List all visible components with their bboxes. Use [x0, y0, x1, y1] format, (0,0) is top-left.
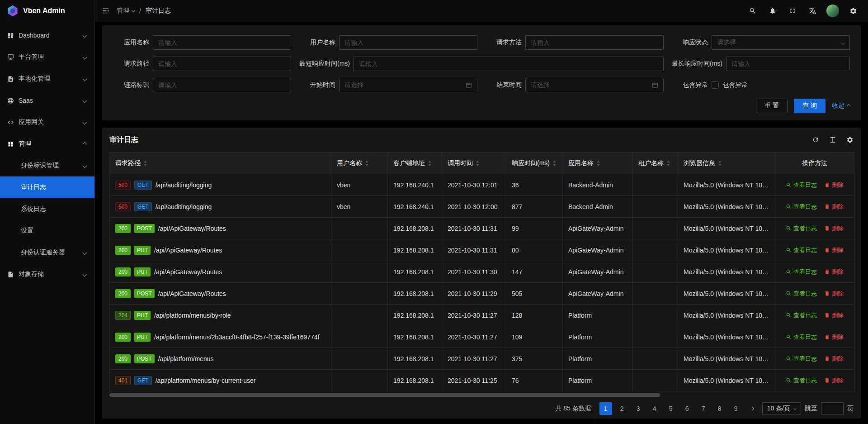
audit-log-panel: 审计日志 [102, 128, 861, 419]
sidebar-item-dashboard[interactable]: Dashboard [0, 24, 94, 46]
translate-icon[interactable] [805, 3, 820, 19]
sidebar-item-identity-management[interactable]: 身份标识管理 [0, 155, 94, 176]
sidebar-item-platform[interactable]: 平台管理 [0, 46, 94, 68]
view-log-button[interactable]: 查看日志 [786, 268, 817, 276]
max-response-time-input[interactable] [726, 57, 850, 71]
notification-icon[interactable] [765, 3, 780, 19]
fullscreen-icon[interactable] [785, 3, 800, 19]
next-page-button[interactable] [746, 402, 759, 415]
min-response-time-input[interactable] [354, 57, 664, 71]
view-log-button[interactable]: 查看日志 [786, 290, 817, 298]
select-placeholder: 请选择 [531, 81, 550, 89]
table-row[interactable]: 200POST/api/platform/menus 192.168.208.1… [110, 348, 854, 370]
page-button[interactable]: 7 [697, 402, 710, 415]
view-log-button[interactable]: 查看日志 [786, 311, 817, 319]
table-row[interactable]: 200PUT/api/ApiGateway/Routes 192.168.208… [110, 239, 854, 261]
view-log-button[interactable]: 查看日志 [786, 224, 817, 233]
view-log-button[interactable]: 查看日志 [786, 333, 817, 341]
table-row[interactable]: 500GET/api/auditing/logging vben 192.168… [110, 174, 854, 196]
app-logo[interactable]: Vben Admin [0, 0, 94, 22]
search-icon [786, 269, 792, 275]
sidebar-item-gateway[interactable]: 应用网关 [0, 111, 94, 133]
column-header-user-name[interactable]: 用户名称 [331, 152, 388, 174]
delete-button[interactable]: 删除 [824, 376, 844, 385]
trace-id-input[interactable] [153, 78, 291, 92]
page-button[interactable]: 9 [730, 402, 742, 415]
field-label: 包含异常 [672, 81, 708, 89]
view-log-button[interactable]: 查看日志 [786, 246, 817, 254]
table-row[interactable]: 500GET/api/auditing/logging vben 192.168… [110, 196, 854, 218]
table-row[interactable]: 200PUT/api/platform/menus/2b3accf8-4fb8-… [110, 326, 854, 348]
view-log-button[interactable]: 查看日志 [786, 181, 817, 189]
table-row[interactable]: 204PUT/api/platform/menus/by-role 192.16… [110, 305, 854, 326]
page-button[interactable]: 6 [681, 402, 693, 415]
sidebar-item-settings[interactable]: 设置 [0, 220, 94, 242]
settings-icon[interactable] [845, 3, 861, 19]
page-button[interactable]: 2 [616, 402, 628, 415]
sidebar-item-audit-log[interactable]: 审计日志 [0, 176, 94, 198]
sidebar-item-object-storage[interactable]: 对象存储 [0, 263, 94, 285]
refresh-icon[interactable] [812, 136, 819, 143]
page-button[interactable]: 1 [599, 402, 612, 415]
column-header-client-ip[interactable]: 客户端地址 [388, 152, 442, 174]
request-path-input[interactable] [153, 57, 291, 71]
page-button[interactable]: 8 [713, 402, 726, 415]
app-name-input[interactable] [153, 35, 291, 50]
delete-button[interactable]: 删除 [824, 203, 844, 211]
delete-button[interactable]: 删除 [824, 311, 844, 319]
table-row[interactable]: 200POST/api/ApiGateway/Routes 192.168.20… [110, 283, 854, 305]
filter-field-has-exception: 包含异常 包含异常 [672, 78, 850, 92]
pagination: 共 85 条数据 1 2 3 4 5 6 7 8 9 10 条/页 跳至 页 [109, 398, 854, 421]
jump-to-input[interactable] [821, 402, 844, 415]
menu-fold-icon[interactable] [102, 7, 109, 14]
column-header-call-time[interactable]: 调用时间 [442, 152, 506, 174]
column-settings-icon[interactable] [846, 136, 854, 143]
view-log-button[interactable]: 查看日志 [786, 355, 817, 363]
table-row[interactable]: 401GET/api/platform/menus/by-current-use… [110, 370, 854, 391]
column-header-response-time[interactable]: 响应时间(ms) [506, 152, 563, 174]
reset-button[interactable]: 重 置 [756, 99, 788, 113]
start-time-picker[interactable]: 请选择 [339, 78, 477, 92]
view-log-button[interactable]: 查看日志 [786, 376, 817, 385]
delete-button[interactable]: 删除 [824, 268, 844, 276]
delete-button[interactable]: 删除 [824, 290, 844, 298]
user-name-input[interactable] [339, 35, 477, 50]
table-size-icon[interactable] [829, 136, 836, 143]
page-size-select[interactable]: 10 条/页 [762, 402, 801, 415]
page-button[interactable]: 5 [665, 402, 677, 415]
delete-button[interactable]: 删除 [824, 333, 844, 341]
page-button[interactable]: 3 [632, 402, 645, 415]
delete-button[interactable]: 删除 [824, 181, 844, 189]
field-label: 响应状态 [672, 38, 708, 47]
sidebar-item-system-log[interactable]: 系统日志 [0, 198, 94, 220]
collapse-link[interactable]: 收起 [832, 102, 850, 110]
column-header-request-path[interactable]: 请求路径 [110, 152, 331, 174]
user-avatar[interactable] [826, 5, 839, 17]
column-header-app-name[interactable]: 应用名称 [563, 152, 633, 174]
sidebar-item-management[interactable]: 管理 [0, 133, 94, 155]
table-row[interactable]: 200PUT/api/ApiGateway/Routes 192.168.208… [110, 261, 854, 283]
scrollbar-thumb[interactable] [109, 393, 660, 397]
table-row[interactable]: 200POST/api/ApiGateway/Routes 192.168.20… [110, 218, 854, 239]
delete-button[interactable]: 删除 [824, 355, 844, 363]
sidebar-item-identity-server[interactable]: 身份认证服务器 [0, 242, 94, 263]
request-path: /api/ApiGateway/Routes [158, 290, 226, 297]
search-icon[interactable] [745, 3, 760, 19]
column-header-browser[interactable]: 浏览器信息 [678, 152, 775, 174]
breadcrumb-separator: / [139, 7, 141, 14]
exception-checkbox[interactable] [712, 81, 719, 89]
query-button[interactable]: 查 询 [794, 99, 826, 113]
delete-button[interactable]: 删除 [824, 224, 844, 233]
http-method-input[interactable] [525, 35, 664, 50]
filter-field-start-time: 开始时间 请选择 [299, 78, 477, 92]
sidebar-item-saas[interactable]: Saas [0, 90, 94, 111]
response-status-select[interactable]: 请选择 [712, 35, 850, 50]
page-button[interactable]: 4 [648, 402, 661, 415]
column-header-tenant-name[interactable]: 租户名称 [633, 152, 678, 174]
breadcrumb-parent[interactable]: 管理 [117, 7, 135, 15]
trash-icon [824, 182, 830, 188]
delete-button[interactable]: 删除 [824, 246, 844, 254]
view-log-button[interactable]: 查看日志 [786, 203, 817, 211]
end-time-picker[interactable]: 请选择 [525, 78, 664, 92]
sidebar-item-localization[interactable]: 本地化管理 [0, 68, 94, 90]
